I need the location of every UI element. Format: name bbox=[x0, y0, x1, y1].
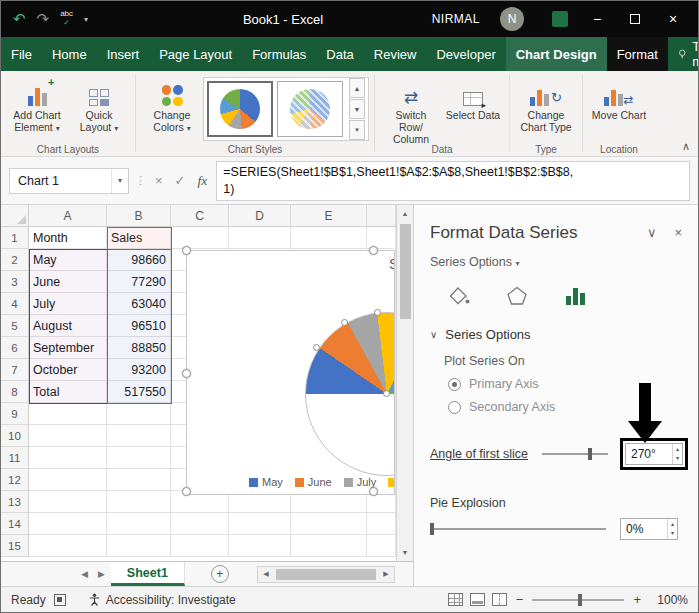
tab-developer[interactable]: Developer bbox=[426, 37, 505, 71]
cancel-icon[interactable]: × bbox=[152, 173, 166, 188]
cell-F15[interactable] bbox=[367, 535, 396, 557]
cell-B8[interactable]: 517550 bbox=[107, 381, 171, 403]
cell-C15[interactable] bbox=[171, 535, 229, 557]
cell-B4[interactable]: 63040 bbox=[107, 293, 171, 315]
row-header-14[interactable]: 14 bbox=[1, 513, 29, 535]
chart-resize-handle[interactable] bbox=[182, 246, 191, 255]
column-header-B[interactable]: B bbox=[107, 205, 171, 227]
cell-A2[interactable]: May bbox=[29, 249, 107, 271]
cell-A6[interactable]: September bbox=[29, 337, 107, 359]
gallery-more-button[interactable]: ▾ bbox=[349, 120, 365, 140]
cell-A14[interactable] bbox=[29, 513, 107, 535]
zoom-level[interactable]: 100% bbox=[650, 593, 688, 607]
vertical-scroll-thumb[interactable] bbox=[400, 224, 411, 319]
zoom-out-button[interactable]: − bbox=[514, 592, 526, 607]
spin-down-icon[interactable]: ▾ bbox=[668, 529, 677, 538]
pie-explosion-slider[interactable] bbox=[430, 522, 606, 536]
angle-slider-thumb[interactable] bbox=[588, 448, 592, 460]
tab-home[interactable]: Home bbox=[42, 37, 97, 71]
page-break-view-button[interactable] bbox=[492, 593, 507, 606]
cell-B11[interactable] bbox=[107, 447, 171, 469]
row-header-1[interactable]: 1 bbox=[1, 227, 29, 249]
cell-A12[interactable] bbox=[29, 469, 107, 491]
row-header-8[interactable]: 8 bbox=[1, 381, 29, 403]
cell-A9[interactable] bbox=[29, 403, 107, 425]
row-header-7[interactable]: 7 bbox=[1, 359, 29, 381]
chart-style-thumbnail-1[interactable] bbox=[207, 81, 273, 137]
select-all-corner[interactable] bbox=[1, 205, 29, 227]
user-name[interactable]: NIRMAL bbox=[432, 12, 480, 26]
tab-file[interactable]: File bbox=[1, 37, 42, 71]
redo-icon[interactable]: ↷ bbox=[37, 10, 50, 28]
close-button[interactable]: × bbox=[664, 10, 682, 28]
collapse-ribbon-icon[interactable]: ∧ bbox=[682, 140, 690, 153]
gallery-up-button[interactable]: ▲ bbox=[349, 78, 365, 98]
cell-F14[interactable] bbox=[367, 513, 396, 535]
change-colors-button[interactable]: Change Colors ▾ bbox=[141, 75, 203, 136]
cell-A4[interactable]: July bbox=[29, 293, 107, 315]
name-box-dropdown-icon[interactable]: ▾ bbox=[111, 169, 128, 193]
tab-page-layout[interactable]: Page Layout bbox=[149, 37, 242, 71]
legend-item-june[interactable]: June bbox=[295, 476, 332, 488]
add-chart-element-button[interactable]: + Add Chart Element ▾ bbox=[6, 75, 68, 136]
row-header-12[interactable]: 12 bbox=[1, 469, 29, 491]
cell-B10[interactable] bbox=[107, 425, 171, 447]
series-options-section-header[interactable]: ∨ Series Options bbox=[414, 311, 698, 342]
spin-up-icon[interactable]: ▴ bbox=[673, 445, 682, 454]
cell-B13[interactable] bbox=[107, 491, 171, 513]
pane-close-icon[interactable]: × bbox=[674, 225, 682, 240]
row-header-6[interactable]: 6 bbox=[1, 337, 29, 359]
fill-line-icon[interactable] bbox=[444, 281, 474, 311]
cell-A8[interactable]: Total bbox=[29, 381, 107, 403]
row-header-4[interactable]: 4 bbox=[1, 293, 29, 315]
chart-resize-handle[interactable] bbox=[182, 487, 191, 496]
insert-function-icon[interactable]: fx bbox=[195, 173, 211, 189]
undo-icon[interactable]: ↶ bbox=[13, 10, 26, 28]
chart-style-thumbnail-2[interactable] bbox=[277, 81, 343, 137]
customize-qat-icon[interactable]: ▾ bbox=[84, 15, 88, 24]
cell-B1[interactable]: Sales bbox=[107, 227, 171, 249]
zoom-slider-thumb[interactable] bbox=[578, 594, 582, 606]
horizontal-scroll-thumb[interactable] bbox=[276, 569, 376, 580]
column-header-partial[interactable] bbox=[367, 205, 396, 227]
row-header-11[interactable]: 11 bbox=[1, 447, 29, 469]
cell-A5[interactable]: August bbox=[29, 315, 107, 337]
pie-explosion-slider-track[interactable] bbox=[430, 528, 606, 530]
maximize-button[interactable] bbox=[626, 10, 644, 28]
move-chart-button[interactable]: ⇄ Move Chart bbox=[588, 75, 650, 124]
row-header-9[interactable]: 9 bbox=[1, 403, 29, 425]
pie-explosion-slider-thumb[interactable] bbox=[430, 523, 434, 535]
cell-A11[interactable] bbox=[29, 447, 107, 469]
scroll-right-icon[interactable]: ▶ bbox=[378, 567, 394, 582]
tab-formulas[interactable]: Formulas bbox=[242, 37, 316, 71]
ribbon-display-options-icon[interactable] bbox=[552, 11, 568, 27]
cell-B7[interactable]: 93200 bbox=[107, 359, 171, 381]
tab-review[interactable]: Review bbox=[364, 37, 427, 71]
secondary-axis-option[interactable]: Secondary Axis bbox=[414, 391, 698, 414]
add-sheet-button[interactable]: + bbox=[211, 565, 229, 583]
tab-tell-me[interactable]: Tell me bbox=[668, 37, 699, 71]
cell-E15[interactable] bbox=[291, 535, 367, 557]
scroll-left-icon[interactable]: ◀ bbox=[258, 567, 274, 582]
zoom-slider[interactable] bbox=[532, 599, 624, 601]
spelling-icon[interactable]: abc✓ bbox=[60, 10, 73, 28]
normal-view-button[interactable] bbox=[448, 593, 463, 606]
angle-slider-track[interactable] bbox=[542, 453, 608, 455]
formula-input[interactable]: =SERIES(Sheet1!$B$1,Sheet1!$A$2:$A$8,She… bbox=[216, 161, 690, 201]
cell-E1[interactable] bbox=[291, 227, 367, 249]
cell-A10[interactable] bbox=[29, 425, 107, 447]
angle-input[interactable] bbox=[626, 447, 662, 461]
cell-C14[interactable] bbox=[171, 513, 229, 535]
secondary-axis-radio[interactable] bbox=[448, 401, 461, 414]
accessibility-status[interactable]: Accessibility: Investigate bbox=[88, 593, 236, 607]
name-box[interactable]: Chart 1 ▾ bbox=[9, 168, 129, 194]
cell-E14[interactable] bbox=[291, 513, 367, 535]
cell-B15[interactable] bbox=[107, 535, 171, 557]
cell-A1[interactable]: Month bbox=[29, 227, 107, 249]
cell-A3[interactable]: June bbox=[29, 271, 107, 293]
cell-B9[interactable] bbox=[107, 403, 171, 425]
angle-slider[interactable] bbox=[542, 447, 608, 461]
chart-resize-handle[interactable] bbox=[182, 369, 191, 378]
select-data-button[interactable]: ▸ Select Data bbox=[442, 75, 504, 124]
scroll-up-icon[interactable]: ▲ bbox=[397, 205, 413, 222]
